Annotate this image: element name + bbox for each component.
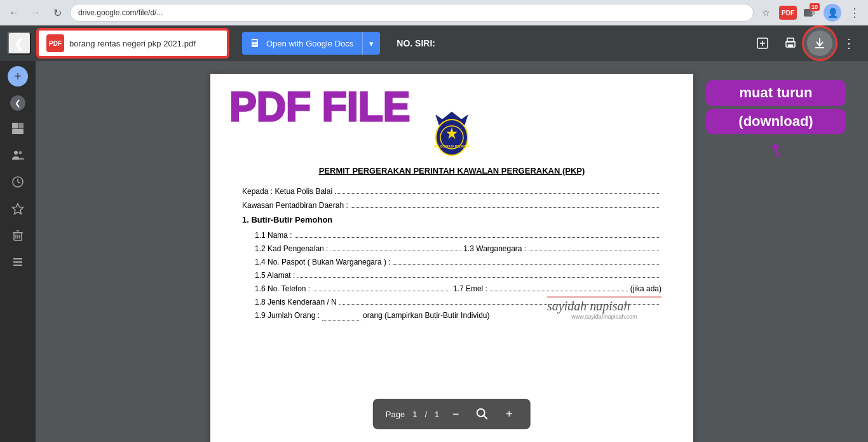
sidebar-arrow-button[interactable]: ❮ <box>10 95 25 111</box>
download-icon <box>813 37 826 50</box>
pdf-viewer-area: + ❮ <box>0 61 868 442</box>
kawasan-label: Kawasan Pentadbiran Daerah : <box>242 201 348 210</box>
svg-point-20 <box>19 151 22 155</box>
signature-text: sayidah napisah <box>547 299 661 314</box>
item-1-5-dots <box>297 277 659 278</box>
pdf-back-button[interactable]: ❮ <box>8 32 31 55</box>
page-label: Page <box>386 410 405 419</box>
muat-turun-line1: muat turun <box>706 80 846 106</box>
item-1-4-dots <box>393 264 659 265</box>
pdf-sidebar: + ❮ <box>0 61 36 442</box>
sidebar-thumbnail-icon[interactable] <box>6 117 29 140</box>
zoom-out-button[interactable]: − <box>447 405 465 423</box>
more-options-button[interactable]: ⋮ <box>837 32 860 55</box>
signature-website: www.sayidahnapisah.com <box>547 314 661 320</box>
pdf-toolbar: ❮ PDF borang rentas negeri pkp 2021.pdf … <box>0 25 868 61</box>
sidebar-people-icon[interactable] <box>6 144 29 167</box>
address-bar[interactable]: drive.google.com/file/d/... <box>70 4 754 22</box>
svg-rect-16 <box>12 123 18 128</box>
total-pages: 1 <box>435 410 439 419</box>
svg-text:POLIS DIRAJA MALAYSIA: POLIS DIRAJA MALAYSIA <box>434 145 470 148</box>
item-1-5-label: 1.5 Alamat : <box>255 271 295 280</box>
pdf-extension-icon[interactable]: PDF <box>779 6 797 20</box>
dropdown-arrow-icon: ▾ <box>369 39 374 48</box>
kawasan-line: Kawasan Pentadbiran Daerah : <box>242 201 661 210</box>
print-icon <box>783 36 797 50</box>
address-text: drive.google.com/file/d/... <box>78 8 163 17</box>
item-1-7-dots <box>490 291 628 291</box>
item-1-2-dots <box>330 251 461 251</box>
download-button[interactable] <box>807 31 832 56</box>
zoom-in-button[interactable]: + <box>500 405 518 423</box>
no-siri-label: NO. SIRI: <box>397 38 435 48</box>
forward-button[interactable]: → <box>27 4 44 22</box>
svg-rect-7 <box>252 44 257 45</box>
document-title: PERMIT PERGERAKAN PERINTAH KAWALAN PERGE… <box>242 165 661 177</box>
item-1-1-label: 1.1 Nama : <box>255 231 292 240</box>
svg-rect-5 <box>252 41 257 42</box>
print-button[interactable] <box>779 32 802 55</box>
svg-marker-24 <box>13 204 24 214</box>
pdf-filename-label: borang rentas negeri pkp 2021.pdf <box>69 39 196 48</box>
kepada-line: Kepada : Ketua Polis Balai <box>242 187 661 196</box>
svg-line-39 <box>484 415 487 419</box>
item-1-4-label: 1.4 No. Paspot ( Bukan Warganegara ) : <box>255 258 391 266</box>
pdf-content-area: PDF FILE muat turun (download) ↗ <box>36 61 868 442</box>
item-1-6-label: 1.6 No. Telefon : <box>255 284 310 293</box>
item-1-9-suffix: orang (Lampirkan Butir-Butir Individu) <box>363 311 489 320</box>
svg-line-23 <box>18 182 20 183</box>
star-icon[interactable]: ☆ <box>757 4 774 21</box>
ext-badge-icon[interactable]: 10 <box>802 4 818 21</box>
svg-rect-18 <box>12 129 24 134</box>
item-1-1: 1.1 Nama : <box>255 231 661 240</box>
add-text-button[interactable] <box>751 32 774 55</box>
svg-rect-13 <box>788 45 793 47</box>
sidebar-clock-icon[interactable] <box>6 170 29 193</box>
item-1-2-label: 1.2 Kad Pengenalan : <box>255 244 328 253</box>
pdf-file-icon: PDF <box>46 34 64 52</box>
open-with-label: Open with Google Docs <box>266 39 353 48</box>
svg-rect-4 <box>252 40 257 41</box>
sidebar-trash-icon[interactable] <box>6 224 29 247</box>
kepada-label: Kepada : Ketua Polis Balai <box>242 187 332 196</box>
docs-icon <box>251 38 261 48</box>
arrow-annotation: ↗ <box>762 139 789 163</box>
section1-title: 1. Butir-Butir Pemohon <box>242 215 661 224</box>
sidebar-star-icon[interactable] <box>6 197 29 220</box>
more-options-icon: ⋮ <box>843 36 855 51</box>
page-separator: / <box>424 410 427 419</box>
open-with-dropdown-button[interactable]: ▾ <box>362 32 380 55</box>
profile-avatar[interactable]: 👤 <box>824 4 841 22</box>
police-logo-area: POLIS DIRAJA MALAYSIA <box>242 106 661 159</box>
item-1-6-dots <box>313 291 451 291</box>
browser-menu-icon[interactable]: ⋮ <box>846 4 863 21</box>
signature-underline <box>547 296 661 298</box>
item-1-7-suffix: (jika ada) <box>630 284 661 293</box>
police-logo: POLIS DIRAJA MALAYSIA <box>426 106 477 156</box>
pdf-filename-box: PDF borang rentas negeri pkp 2021.pdf <box>37 29 228 57</box>
kawasan-dots <box>351 207 659 208</box>
zoom-in-icon: + <box>506 408 513 421</box>
zoom-out-icon: − <box>452 408 459 421</box>
svg-point-19 <box>14 151 18 155</box>
extension-badge: 10 <box>810 3 820 11</box>
item-1-9-dots <box>322 311 360 321</box>
refresh-button[interactable]: ↻ <box>48 4 66 22</box>
sidebar-add-button[interactable]: + <box>8 66 28 86</box>
item-1-4: 1.4 No. Paspot ( Bukan Warganegara ) : <box>255 258 661 266</box>
magnifier-icon <box>476 408 489 420</box>
download-button-wrapper <box>807 31 832 56</box>
page-nav-bar: Page 1 / 1 − + <box>373 399 531 429</box>
item-1-1-dots <box>295 237 659 238</box>
muat-turun-annotation: muat turun (download) ↗ <box>706 80 846 163</box>
signature-area: sayidah napisah www.sayidahnapisah.com <box>547 296 661 320</box>
zoom-icon-button[interactable] <box>472 404 492 424</box>
svg-rect-2 <box>809 11 812 14</box>
back-button[interactable]: ← <box>5 4 23 22</box>
item-1-5: 1.5 Alamat : <box>255 271 661 280</box>
muat-turun-line2: (download) <box>706 109 846 135</box>
open-with-google-docs-button[interactable]: Open with Google Docs <box>242 32 362 55</box>
svg-rect-17 <box>18 123 24 128</box>
sidebar-menu-icon[interactable] <box>6 251 29 273</box>
item-1-7-label: 1.7 Emel : <box>453 284 487 293</box>
